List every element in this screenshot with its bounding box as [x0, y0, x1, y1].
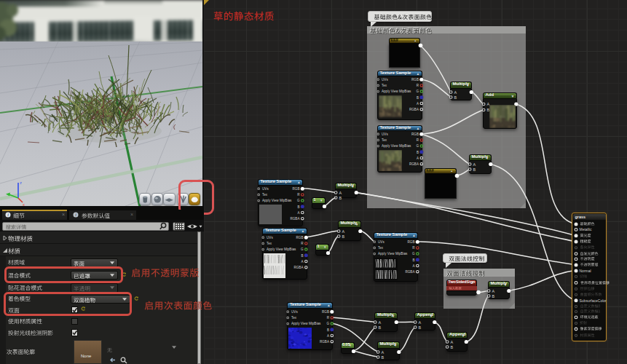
svg-text:UVs: UVs — [267, 236, 273, 240]
svg-text:R: R — [327, 316, 330, 320]
svg-text:B: B — [297, 205, 299, 208]
svg-text:A: A — [473, 162, 476, 167]
svg-text:Tex: Tex — [378, 246, 384, 250]
svg-text:UVs: UVs — [291, 310, 298, 314]
svg-text:Apply View MipBias: Apply View MipBias — [291, 322, 321, 325]
svg-text:Apply View MipBias: Apply View MipBias — [382, 144, 411, 148]
svg-text:RGBA: RGBA — [409, 108, 419, 111]
svg-text:B: B — [492, 294, 494, 298]
svg-text:UVs: UVs — [382, 132, 388, 136]
svg-text:B: B — [451, 345, 454, 349]
svg-text:B: B — [379, 325, 382, 330]
svg-text:RGBA: RGBA — [320, 340, 330, 344]
svg-text:Tex: Tex — [382, 138, 387, 142]
svg-text:UVs: UVs — [262, 187, 269, 191]
svg-text:RGBA: RGBA — [293, 266, 304, 269]
svg-text:A: A — [412, 264, 415, 267]
svg-text:B: B — [473, 167, 476, 172]
svg-text:G: G — [301, 248, 304, 251]
svg-text:Apply View MipBias: Apply View MipBias — [378, 252, 408, 256]
svg-text:R: R — [412, 246, 415, 250]
svg-text:A: A — [379, 320, 382, 325]
svg-text:RGB: RGB — [322, 310, 329, 314]
svg-text:G: G — [416, 90, 419, 93]
svg-text:z: z — [20, 181, 22, 185]
svg-text:A: A — [297, 210, 300, 214]
svg-text:Tex: Tex — [267, 242, 272, 245]
svg-text:R: R — [416, 84, 419, 87]
svg-text:SubsurfaceColor: SubsurfaceColor — [580, 298, 607, 302]
svg-text:B: B — [454, 95, 457, 99]
svg-text:Tex: Tex — [291, 316, 297, 320]
svg-text:UVs: UVs — [382, 78, 388, 82]
svg-text:Normal: Normal — [580, 269, 591, 273]
svg-text:Apply View MipBias: Apply View MipBias — [267, 248, 296, 251]
svg-text:G: G — [416, 144, 419, 148]
svg-text:A: A — [416, 157, 419, 160]
svg-text:B: B — [381, 355, 384, 359]
svg-text:A: A — [339, 191, 342, 195]
svg-text:RGBA: RGBA — [290, 217, 300, 221]
svg-text:A: A — [492, 289, 494, 293]
svg-text:RGB: RGB — [292, 187, 299, 191]
svg-text:B: B — [339, 196, 342, 200]
svg-text:G: G — [326, 322, 329, 325]
svg-text:A: A — [342, 229, 344, 233]
svg-text:G: G — [296, 199, 299, 202]
svg-text:R: R — [301, 242, 304, 245]
svg-text:G: G — [411, 252, 414, 256]
svg-text:B: B — [416, 151, 418, 154]
svg-text:A: A — [327, 333, 330, 337]
svg-text:Apply View MipBias: Apply View MipBias — [382, 90, 411, 93]
svg-text:A: A — [416, 102, 419, 106]
svg-text:A: A — [451, 340, 454, 344]
svg-text:RGB: RGB — [296, 236, 304, 240]
svg-text:Metallic: Metallic — [580, 227, 592, 232]
svg-text:Tex: Tex — [382, 84, 387, 87]
svg-text:RGB: RGB — [411, 132, 419, 136]
svg-text:UVs: UVs — [378, 240, 385, 244]
svg-text:B: B — [418, 325, 421, 330]
svg-text:B: B — [416, 96, 418, 100]
svg-text:RGB: RGB — [411, 78, 419, 82]
svg-text:B: B — [327, 328, 329, 331]
svg-text:RGB: RGB — [407, 240, 414, 244]
svg-text:Apply View MipBias: Apply View MipBias — [262, 199, 292, 202]
svg-text:RGBA: RGBA — [405, 270, 415, 274]
svg-text:A: A — [418, 320, 421, 325]
svg-text:B: B — [301, 253, 303, 257]
svg-text:R: R — [297, 193, 300, 197]
svg-text:A: A — [454, 90, 457, 94]
svg-text:B: B — [412, 258, 414, 261]
svg-text:B: B — [342, 234, 344, 238]
svg-text:RGBA: RGBA — [409, 162, 419, 166]
svg-text:R: R — [416, 138, 419, 142]
svg-text:A: A — [381, 349, 384, 354]
svg-text:Tex: Tex — [262, 193, 268, 197]
svg-text:A: A — [301, 259, 304, 263]
